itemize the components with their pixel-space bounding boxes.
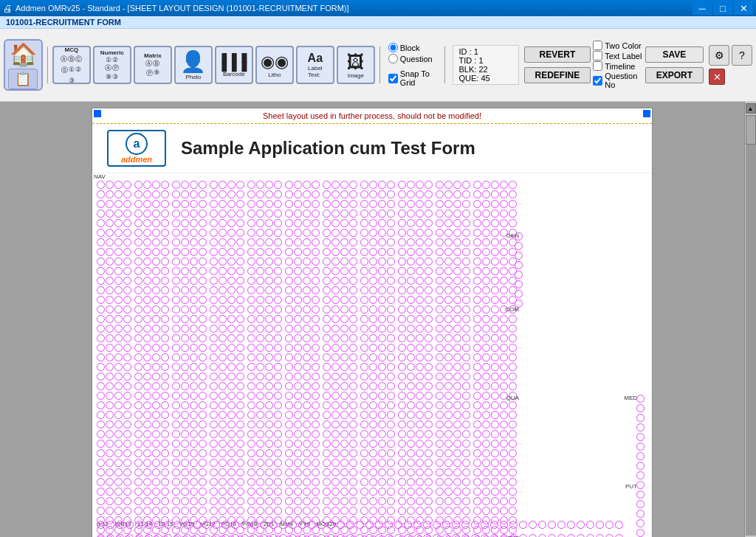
omr-bubble[interactable] [265, 488, 273, 496]
omr-bubble[interactable] [172, 440, 180, 448]
omr-bubble[interactable] [491, 507, 499, 515]
omr-bubble[interactable] [227, 229, 236, 237]
omr-bubble[interactable] [97, 219, 105, 227]
omr-bubble[interactable] [134, 305, 142, 313]
omr-bubble[interactable] [199, 181, 207, 189]
omr-bubble[interactable] [265, 420, 273, 429]
block-radio[interactable] [388, 43, 398, 52]
omr-bubble[interactable] [331, 382, 340, 390]
omr-bubble[interactable] [340, 190, 348, 198]
omr-bubble[interactable] [256, 382, 264, 390]
omr-bubble[interactable] [181, 430, 189, 438]
omr-bubble[interactable] [285, 257, 293, 266]
omr-bubble[interactable] [509, 401, 517, 409]
bottom-omr-bubble-2[interactable] [164, 521, 172, 529]
omr-bubble[interactable] [436, 248, 444, 256]
omr-bubble[interactable] [236, 420, 244, 429]
omr-bubble[interactable] [303, 325, 311, 333]
omr-bubble[interactable] [303, 209, 311, 218]
bottom-omr-bubble-2[interactable] [317, 521, 326, 529]
omr-bubble[interactable] [509, 190, 517, 198]
bottom-omr-bubble-2[interactable] [538, 521, 546, 529]
omr-bubble[interactable] [378, 401, 386, 409]
omr-bubble[interactable] [265, 430, 273, 438]
bottom-omr-bubble[interactable] [471, 534, 479, 537]
omr-bubble[interactable] [97, 296, 105, 304]
omr-bubble[interactable] [97, 401, 105, 409]
omr-bubble[interactable] [114, 344, 123, 352]
omr-bubble[interactable] [123, 363, 131, 371]
omr-bubble[interactable] [323, 325, 331, 333]
omr-bubble[interactable] [97, 353, 105, 361]
omr-bubble[interactable] [106, 488, 114, 496]
omr-bubble[interactable] [369, 305, 377, 313]
omr-bubble[interactable] [340, 392, 348, 400]
omr-bubble[interactable] [247, 248, 255, 256]
omr-bubble[interactable] [152, 325, 160, 333]
omr-bubble[interactable] [369, 296, 377, 304]
omr-bubble[interactable] [265, 305, 273, 313]
omr-bubble[interactable] [190, 478, 198, 486]
omr-bubble[interactable] [152, 478, 160, 486]
omr-bubble[interactable] [199, 430, 207, 438]
omr-bubble[interactable] [256, 392, 264, 400]
omr-bubble[interactable] [312, 315, 320, 323]
omr-bubble[interactable] [349, 305, 357, 313]
omr-bubble[interactable] [491, 353, 499, 361]
omr-bubble[interactable] [360, 382, 368, 390]
omr-bubble[interactable] [331, 238, 340, 246]
omr-bubble[interactable] [360, 478, 368, 486]
omr-bubble[interactable] [331, 401, 340, 409]
omr-bubble[interactable] [106, 296, 114, 304]
omr-bubble[interactable] [236, 440, 244, 448]
omr-bubble[interactable] [349, 382, 357, 390]
omr-bubble[interactable] [444, 267, 453, 275]
omr-bubble[interactable] [303, 277, 311, 285]
omr-bubble[interactable] [181, 219, 189, 227]
omr-bubble[interactable] [360, 363, 368, 371]
omr-bubble[interactable] [114, 286, 123, 294]
omr-bubble[interactable] [190, 468, 198, 477]
omr-bubble[interactable] [303, 373, 311, 381]
omr-bubble[interactable] [340, 430, 348, 438]
omr-bubble[interactable] [360, 468, 368, 477]
omr-bubble[interactable] [285, 344, 293, 352]
omr-bubble[interactable] [436, 373, 444, 381]
omr-bubble[interactable] [323, 296, 331, 304]
bottom-omr-bubble[interactable] [365, 534, 374, 537]
omr-bubble[interactable] [161, 334, 169, 342]
omr-bubble[interactable] [407, 373, 415, 381]
omr-bubble[interactable] [152, 411, 160, 419]
omr-bubble[interactable] [247, 190, 255, 198]
omr-bubble[interactable] [161, 219, 169, 227]
omr-bubble[interactable] [425, 488, 433, 496]
far-right-omr-bubble[interactable] [636, 510, 645, 518]
omr-bubble[interactable] [236, 286, 244, 294]
omr-bubble[interactable] [436, 200, 444, 208]
omr-bubble[interactable] [482, 507, 490, 515]
omr-bubble[interactable] [114, 325, 123, 333]
omr-bubble[interactable] [453, 507, 461, 515]
omr-bubble[interactable] [123, 286, 131, 294]
omr-bubble[interactable] [340, 325, 348, 333]
omr-bubble[interactable] [416, 478, 424, 486]
omr-bubble[interactable] [398, 286, 406, 294]
omr-bubble[interactable] [161, 363, 169, 371]
omr-bubble[interactable] [199, 305, 207, 313]
bottom-omr-bubble-2[interactable] [260, 521, 268, 529]
right-omr-bubble[interactable] [515, 242, 523, 250]
omr-bubble[interactable] [106, 277, 114, 285]
omr-bubble[interactable] [303, 219, 311, 227]
omr-bubble[interactable] [247, 468, 255, 477]
omr-bubble[interactable] [274, 401, 282, 409]
omr-bubble[interactable] [143, 209, 151, 218]
omr-bubble[interactable] [453, 209, 461, 218]
omr-bubble[interactable] [436, 209, 444, 218]
far-right-omr-bubble[interactable] [636, 529, 645, 537]
omr-bubble[interactable] [387, 325, 395, 333]
omr-bubble[interactable] [387, 459, 395, 467]
omr-bubble[interactable] [482, 257, 490, 266]
omr-bubble[interactable] [106, 353, 114, 361]
settings-button[interactable]: ⚙ [709, 45, 729, 66]
omr-bubble[interactable] [323, 334, 331, 342]
